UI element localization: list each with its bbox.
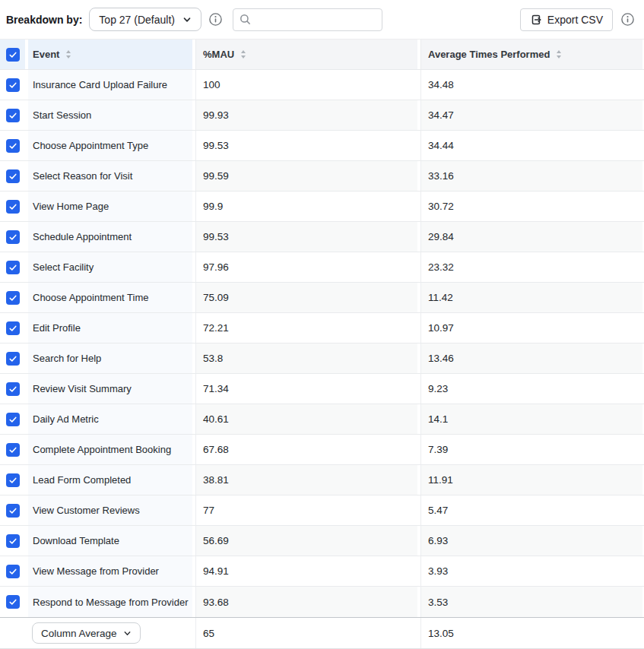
event-name-cell[interactable]: Download Template xyxy=(28,526,192,556)
select-all-checkbox[interactable] xyxy=(6,48,20,62)
table-row: Complete Appointment Booking 67.68 7.39 xyxy=(0,435,644,465)
row-checkbox[interactable] xyxy=(6,473,20,487)
search-input[interactable] xyxy=(233,8,382,31)
header-avg-label: Average Times Performed xyxy=(428,49,550,60)
row-checkbox[interactable] xyxy=(6,169,20,183)
export-csv-button[interactable]: Export CSV xyxy=(520,8,613,31)
avg-cell: 7.39 xyxy=(420,435,642,464)
event-name-cell[interactable]: Review Visit Summary xyxy=(28,374,192,404)
event-name-cell[interactable]: Search for Help xyxy=(28,343,192,373)
row-checkbox[interactable] xyxy=(6,321,20,335)
event-name: Review Visit Summary xyxy=(33,383,132,394)
event-name-cell[interactable]: Lead Form Completed xyxy=(28,465,192,495)
header-avg[interactable]: Average Times Performed xyxy=(420,40,642,69)
avg-cell: 3.53 xyxy=(420,587,642,617)
breakdown-dropdown-value: Top 27 (Default) xyxy=(99,14,175,26)
avg-value: 23.32 xyxy=(428,261,454,273)
mau-value: 97.96 xyxy=(203,261,229,273)
export-icon xyxy=(530,14,542,26)
footer-checkbox-cell xyxy=(0,618,25,648)
avg-cell: 33.16 xyxy=(420,161,642,191)
event-name-cell[interactable]: Edit Profile xyxy=(28,313,192,343)
row-checkbox[interactable] xyxy=(6,261,20,274)
avg-value: 13.46 xyxy=(428,353,454,364)
row-checkbox[interactable] xyxy=(6,413,20,426)
event-name: Search for Help xyxy=(33,353,101,364)
row-checkbox[interactable] xyxy=(6,200,20,214)
column-average-dropdown[interactable]: Column Average xyxy=(32,622,141,644)
mau-value: 77 xyxy=(203,505,214,516)
avg-cell: 34.48 xyxy=(420,70,642,100)
event-name: Start Session xyxy=(33,109,91,121)
table-row: Edit Profile 72.21 10.97 xyxy=(0,313,644,343)
event-name: Choose Appointment Type xyxy=(33,140,148,151)
event-name-cell[interactable]: View Home Page xyxy=(28,192,192,221)
avg-cell: 11.91 xyxy=(420,465,642,495)
row-checkbox[interactable] xyxy=(6,534,20,548)
mau-cell: 99.59 xyxy=(195,161,417,191)
event-name-cell[interactable]: View Message from Provider xyxy=(28,556,192,586)
row-checkbox[interactable] xyxy=(6,139,20,153)
mau-cell: 67.68 xyxy=(195,435,417,464)
mau-cell: 72.21 xyxy=(195,313,417,343)
header-mau[interactable]: %MAU xyxy=(195,40,417,69)
event-name-cell[interactable]: Daily Ad Metric xyxy=(28,404,192,434)
event-name: Choose Appointment Time xyxy=(33,292,148,303)
mau-value: 38.81 xyxy=(203,474,229,486)
sort-icon[interactable] xyxy=(241,50,246,59)
event-name-cell[interactable]: Insurance Card Upload Failure xyxy=(28,70,192,100)
event-name-cell[interactable]: Choose Appointment Type xyxy=(28,131,192,160)
event-name: Insurance Card Upload Failure xyxy=(33,79,167,90)
avg-cell: 9.23 xyxy=(420,374,642,404)
row-checkbox-cell xyxy=(0,192,25,221)
event-name-cell[interactable]: Select Reason for Visit xyxy=(28,161,192,191)
event-name-cell[interactable]: Select Facility xyxy=(28,252,192,282)
row-checkbox[interactable] xyxy=(6,109,20,122)
table-row: Select Reason for Visit 99.59 33.16 xyxy=(0,161,644,192)
mau-value: 99.53 xyxy=(203,231,229,242)
row-checkbox[interactable] xyxy=(6,230,20,244)
mau-value: 71.34 xyxy=(203,383,229,394)
breakdown-dropdown[interactable]: Top 27 (Default) xyxy=(89,8,201,31)
event-name-cell[interactable]: Start Session xyxy=(28,100,192,130)
table-info-icon[interactable] xyxy=(620,12,635,27)
event-name-cell[interactable]: View Customer Reviews xyxy=(28,495,192,525)
row-checkbox-cell xyxy=(0,587,25,617)
row-checkbox[interactable] xyxy=(6,352,20,366)
avg-cell: 14.1 xyxy=(420,404,642,434)
search-field[interactable] xyxy=(255,14,389,25)
avg-cell: 5.47 xyxy=(420,495,642,525)
sort-icon[interactable] xyxy=(66,50,71,59)
event-name-cell[interactable]: Choose Appointment Time xyxy=(28,283,192,312)
chevron-down-icon xyxy=(123,629,132,638)
mau-cell: 100 xyxy=(195,70,417,100)
column-average-label: Column Average xyxy=(41,628,117,639)
mau-cell: 75.09 xyxy=(195,283,417,312)
avg-value: 33.16 xyxy=(428,170,454,182)
mau-value: 53.8 xyxy=(203,353,223,364)
row-checkbox[interactable] xyxy=(6,78,20,92)
row-checkbox[interactable] xyxy=(6,595,20,609)
breakdown-info-icon[interactable] xyxy=(208,12,223,27)
avg-value: 10.97 xyxy=(428,322,454,334)
avg-value: 30.72 xyxy=(428,201,454,212)
row-checkbox[interactable] xyxy=(6,382,20,396)
row-checkbox[interactable] xyxy=(6,565,20,578)
avg-cell: 29.84 xyxy=(420,222,642,252)
mau-value: 56.69 xyxy=(203,535,229,546)
row-checkbox[interactable] xyxy=(6,291,20,305)
event-name: Complete Appointment Booking xyxy=(33,444,171,455)
sort-icon[interactable] xyxy=(557,50,561,59)
event-name-cell[interactable]: Complete Appointment Booking xyxy=(28,435,192,464)
event-name-cell[interactable]: Schedule Appointment xyxy=(28,222,192,252)
avg-value: 7.39 xyxy=(428,444,448,455)
avg-cell: 30.72 xyxy=(420,192,642,221)
footer-avg-cell: 13.05 xyxy=(420,618,642,648)
mau-value: 99.9 xyxy=(203,201,223,212)
event-name-cell[interactable]: Respond to Message from Provider xyxy=(28,587,192,617)
row-checkbox[interactable] xyxy=(6,443,20,457)
row-checkbox-cell xyxy=(0,313,25,343)
row-checkbox[interactable] xyxy=(6,504,20,518)
event-name: Select Reason for Visit xyxy=(33,170,132,182)
header-event[interactable]: Event xyxy=(28,40,192,69)
